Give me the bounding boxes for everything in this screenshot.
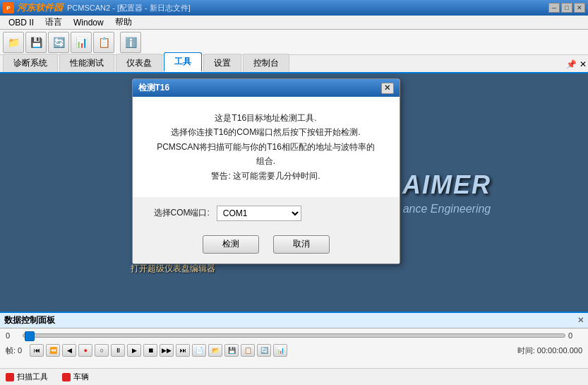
- toolbar-save-button[interactable]: 💾: [25, 32, 47, 53]
- menu-window[interactable]: Window: [68, 16, 109, 29]
- slider-max-label: 0: [568, 331, 582, 340]
- cancel-button[interactable]: 取消: [273, 235, 330, 254]
- vehicle-label: 车辆: [73, 372, 89, 382]
- timeline-slider[interactable]: [23, 333, 565, 338]
- tab-performance[interactable]: 性能测试: [59, 54, 114, 72]
- status-vehicle: 车辆: [62, 372, 89, 382]
- menu-language[interactable]: 语言: [40, 15, 68, 30]
- dialog-body: 这是T16目标地址检测工具. 选择你连接T16的COM端口然后按下按钮开始检测.…: [133, 97, 400, 197]
- tab-bar: 诊断系统 性能测试 仪表盘 工具 设置 控制台 📌 ✕: [0, 55, 588, 73]
- dialog-line-1: 这是T16目标地址检测工具.: [154, 111, 378, 125]
- stop-record-button[interactable]: ○: [95, 344, 109, 357]
- dialog-close-button[interactable]: ✕: [381, 83, 394, 94]
- data-panel-close-button[interactable]: ✕: [577, 316, 584, 325]
- window-close-button[interactable]: ✕: [574, 3, 585, 13]
- stop-button[interactable]: ⏹: [143, 344, 157, 357]
- step-fwd-button[interactable]: ▶▶: [160, 344, 174, 357]
- minimize-button[interactable]: ─: [548, 3, 560, 13]
- chart-ctrl-button[interactable]: 📊: [273, 344, 287, 357]
- scan-tool-dot: [6, 373, 14, 381]
- app-logo: 河东软件园: [17, 1, 63, 14]
- menu-help[interactable]: 帮助: [109, 15, 138, 30]
- scan-tool-label: 扫描工具: [17, 372, 48, 382]
- status-scan-tool: 扫描工具: [6, 372, 48, 382]
- dialog-line-2: 选择你连接T16的COM端口然后按下按钮开始检测.: [154, 125, 378, 139]
- rewind-button[interactable]: ⏪: [46, 344, 60, 357]
- play-button[interactable]: ▶: [127, 344, 141, 357]
- copy-button[interactable]: 📋: [241, 344, 255, 357]
- save-log-button[interactable]: 💾: [224, 344, 239, 357]
- toolbar-open-button[interactable]: 📁: [3, 32, 24, 53]
- time-info: 时间: 00:00:00.000: [517, 345, 582, 356]
- dialog-buttons: 检测 取消: [133, 230, 400, 263]
- toolbar: 📁 💾 🔄 📊 📋 ℹ️: [0, 30, 588, 55]
- pin-icon[interactable]: 📌: [566, 59, 577, 69]
- skip-to-start-button[interactable]: ⏮: [30, 344, 44, 357]
- open-file-button[interactable]: 📂: [208, 344, 222, 357]
- toolbar-chart-button[interactable]: 📊: [71, 32, 92, 53]
- toolbar-list-button[interactable]: 📋: [93, 32, 114, 53]
- status-bar: 扫描工具 车辆: [0, 368, 588, 385]
- tab-diagnostics[interactable]: 诊断系统: [3, 54, 58, 72]
- com-port-label: 选择COM端口:: [154, 207, 210, 219]
- vehicle-dot: [62, 373, 71, 381]
- tab-console[interactable]: 控制台: [243, 54, 289, 72]
- slider-thumb[interactable]: [25, 331, 35, 341]
- toolbar-info-button[interactable]: ℹ️: [120, 32, 141, 53]
- record-button[interactable]: ●: [78, 344, 92, 357]
- tab-close-icon[interactable]: ✕: [580, 59, 587, 69]
- frame-info: 帧: 0: [6, 345, 22, 356]
- detect-button[interactable]: 检测: [203, 235, 259, 254]
- tab-settings[interactable]: 设置: [203, 54, 241, 72]
- tab-dashboard[interactable]: 仪表盘: [116, 54, 162, 72]
- dialog-line-4: 警告: 这可能需要几分钟时间.: [154, 169, 378, 183]
- open-log-button[interactable]: 📄: [192, 344, 206, 357]
- maximize-button[interactable]: □: [561, 3, 572, 13]
- dialog-line-3: PCMSCAN将扫描可能与你的T16相匹配的地址与波特率的组合.: [154, 140, 378, 169]
- tab-tools[interactable]: 工具: [164, 52, 202, 72]
- menu-bar: OBD II 语言 Window 帮助: [0, 16, 588, 30]
- pause-button[interactable]: ⏸: [111, 344, 125, 357]
- data-panel-title-bar: 数据控制面板 ✕: [0, 313, 588, 328]
- data-panel-title-text: 数据控制面板: [4, 314, 55, 326]
- control-row: 帧: 0 ⏮ ⏪ ◀ ● ○ ⏸ ▶ ⏹ ▶▶ ⏭ 📄 📂 💾 📋 🔄 📊 时间…: [0, 343, 588, 358]
- main-content: AIMER ance Engineering 连接到车上 💿 仪表盘编辑器 打开…: [0, 73, 588, 312]
- com-port-select[interactable]: COM1 COM2 COM3 COM4: [217, 206, 301, 221]
- skip-to-end-button[interactable]: ⏭: [176, 344, 190, 357]
- detect-t16-dialog: 检测T16 ✕ 这是T16目标地址检测工具. 选择你连接T16的COM端口然后按…: [132, 78, 400, 264]
- dialog-title-bar: 检测T16 ✕: [133, 79, 400, 97]
- step-back-button[interactable]: ◀: [62, 344, 76, 357]
- dialog-form: 选择COM端口: COM1 COM2 COM3 COM4: [133, 197, 400, 230]
- slider-row: 0 0: [0, 328, 588, 343]
- app-icon: P: [3, 2, 14, 13]
- dialog-title: 检测T16: [138, 82, 170, 94]
- menu-obd[interactable]: OBD II: [3, 16, 40, 29]
- window-controls: ─ □ ✕: [548, 3, 585, 13]
- toolbar-refresh-button[interactable]: 🔄: [48, 32, 69, 53]
- dialog-overlay: 检测T16 ✕ 这是T16目标地址检测工具. 选择你连接T16的COM端口然后按…: [0, 73, 588, 312]
- data-panel: 数据控制面板 ✕ 0 0 帧: 0 ⏮ ⏪ ◀ ● ○ ⏸ ▶ ⏹ ▶▶ ⏭ 📄…: [0, 312, 588, 368]
- title-bar: P 河东软件园 PCMSCAN2 - [配置器 - 新日志文件] ─ □ ✕: [0, 0, 588, 16]
- refresh-ctrl-button[interactable]: 🔄: [257, 344, 271, 357]
- slider-min-label: 0: [6, 331, 20, 340]
- app-title: PCMSCAN2 - [配置器 - 新日志文件]: [67, 3, 548, 13]
